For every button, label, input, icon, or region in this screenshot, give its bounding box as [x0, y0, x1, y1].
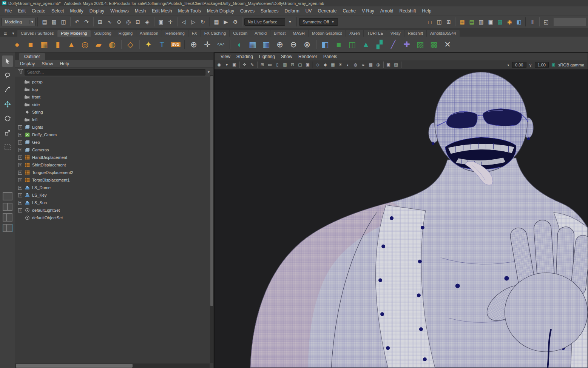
viewport-3d-view[interactable] — [215, 69, 588, 368]
channel-box-toggle-icon[interactable]: ▨ — [495, 17, 505, 26]
poly-plane-icon[interactable]: ▰ — [92, 38, 105, 51]
screen-space-ao-icon[interactable]: ◍ — [352, 61, 359, 68]
expand-icon[interactable]: + — [18, 171, 22, 175]
quad-draw-icon[interactable]: ▞ — [373, 38, 386, 51]
outliner-menu-show[interactable]: Show — [39, 61, 56, 67]
menu-v-ray[interactable]: V-Ray — [359, 7, 377, 15]
construction-plane-icon[interactable]: ⊕ — [187, 38, 200, 51]
redo-icon[interactable]: ↷ — [82, 17, 91, 26]
target-weld-icon[interactable]: ✚ — [400, 38, 413, 51]
expand-icon[interactable]: + — [18, 178, 22, 182]
resolution-gate-icon[interactable]: ▯ — [274, 61, 281, 68]
expand-icon[interactable]: + — [18, 156, 22, 160]
outliner-vertical-scrollbar[interactable] — [210, 75, 213, 363]
menu-select[interactable]: Select — [48, 7, 67, 15]
move-tool[interactable] — [2, 99, 13, 110]
shelf-tab-turtle[interactable]: TURTLE — [364, 30, 387, 37]
viewport-menu-view[interactable]: View — [218, 54, 233, 60]
new-scene-icon[interactable]: ▤ — [40, 17, 49, 26]
outliner-item-ls-sun[interactable]: +LS_Sun — [18, 199, 213, 206]
shelf-tab-bifrost[interactable]: Bifrost — [270, 30, 289, 37]
2d-pan-zoom-icon[interactable]: ✛ — [241, 61, 248, 68]
coords-origin-icon[interactable]: 0,0,0 — [215, 38, 227, 51]
humanik-toggle-icon[interactable]: ▤ — [467, 17, 476, 26]
menu-set-dropdown[interactable]: Modeling ▼ — [2, 18, 35, 26]
menu-edit[interactable]: Edit — [15, 7, 29, 15]
outliner-tab[interactable]: Outliner — [19, 53, 45, 60]
layout-persp-outliner-button[interactable] — [3, 213, 12, 222]
shelf-tab-fx[interactable]: FX — [188, 30, 201, 37]
four-pane-layout-icon[interactable]: ⊞ — [444, 17, 453, 26]
lock-selection-icon[interactable]: ▣ — [156, 17, 165, 26]
poly-torus-icon[interactable]: ◎ — [79, 38, 91, 51]
live-surface-dropdown-icon[interactable]: ▼ — [286, 17, 295, 26]
shelf-tab-rendering[interactable]: Rendering — [162, 30, 188, 37]
open-scene-icon[interactable]: ▧ — [49, 17, 59, 26]
expand-icon[interactable]: + — [18, 201, 22, 205]
outliner-item-persp[interactable]: +persp — [18, 78, 213, 86]
symmetry-field[interactable]: Symmetry: Off ▼ — [299, 18, 338, 26]
shelf-tab-rigging[interactable]: Rigging — [115, 30, 136, 37]
shelf-tab-arnold[interactable]: Arnold — [251, 30, 270, 37]
quick-selection-field[interactable] — [553, 17, 586, 26]
wireframe-mode-icon[interactable]: ◇ — [314, 61, 321, 68]
layout-current-button[interactable] — [3, 224, 12, 232]
outliner-item-tonguedisplacement2[interactable]: +TongueDisplacement2 — [18, 169, 213, 176]
expand-icon[interactable]: + — [18, 163, 22, 167]
snap-to-curve-icon[interactable]: ∿ — [105, 17, 114, 26]
bridge-icon[interactable]: ◫ — [346, 38, 359, 51]
output-connections-icon[interactable]: ▷ — [189, 17, 198, 26]
last-tool-tool[interactable] — [2, 142, 13, 153]
snap-to-point-icon[interactable]: ⊙ — [114, 17, 123, 26]
platonic-solid-icon[interactable]: ◇ — [124, 38, 137, 51]
shelf-tab-sculpting[interactable]: Sculpting — [91, 30, 115, 37]
outliner-item-geo[interactable]: +Geo — [18, 139, 213, 146]
expand-icon[interactable]: + — [18, 186, 22, 190]
make-object-live-icon[interactable]: ◈ — [143, 17, 152, 26]
menu-help[interactable]: Help — [419, 7, 435, 15]
shelf-tab-motion-graphics[interactable]: Motion Graphics — [309, 30, 346, 37]
crease-tool-icon[interactable]: ▨ — [414, 38, 427, 51]
gamma-field[interactable]: 1.00 — [535, 62, 549, 68]
snap-to-grid-icon[interactable]: ⊞ — [96, 17, 105, 26]
input-connections-icon[interactable]: ◁ — [179, 17, 188, 26]
poly-sphere-icon[interactable]: ● — [11, 38, 23, 51]
multisample-aa-icon[interactable]: ▩ — [367, 61, 374, 68]
poly-cone-icon[interactable]: ▲ — [65, 38, 78, 51]
menu-mesh-tools[interactable]: Mesh Tools — [175, 7, 204, 15]
boolean-union-icon[interactable]: ⊕ — [273, 38, 286, 51]
shadows-icon[interactable]: ◐ — [344, 61, 352, 68]
paint-select-tool[interactable] — [2, 84, 13, 95]
viewport-menu-panels[interactable]: Panels — [320, 54, 340, 60]
tool-settings-toggle-icon[interactable]: ▣ — [486, 17, 495, 26]
scale-tool[interactable] — [2, 127, 13, 139]
construction-history-icon[interactable]: ↻ — [198, 17, 207, 26]
boolean-difference-icon[interactable]: ⊖ — [287, 38, 300, 51]
delete-edge-icon[interactable]: ✕ — [441, 38, 454, 51]
outliner-horizontal-scrollbar[interactable] — [15, 363, 210, 368]
motion-blur-icon[interactable]: ≈ — [360, 61, 367, 68]
expand-icon[interactable]: + — [18, 193, 22, 197]
shelf-tab-mash[interactable]: MASH — [289, 30, 308, 37]
mirror-icon[interactable]: ◧ — [319, 38, 332, 51]
poly-disc-icon[interactable]: ◍ — [106, 38, 119, 51]
exposure-field[interactable]: 0.00 — [512, 62, 526, 68]
poly-cubes-icon[interactable]: ▦ — [38, 38, 51, 51]
smooth-mesh-icon[interactable]: ◖ — [233, 38, 245, 51]
outliner-item-front[interactable]: +front — [18, 93, 213, 101]
expand-icon[interactable]: + — [18, 140, 22, 145]
open-render-view-icon[interactable]: ▦ — [212, 17, 221, 26]
boolean-intersect-icon[interactable]: ⊗ — [301, 38, 313, 51]
menu-deform[interactable]: Deform — [281, 7, 302, 15]
single-pane-layout-icon[interactable]: ◻ — [425, 17, 434, 26]
separate-icon[interactable]: ▥ — [260, 38, 273, 51]
two-pane-layout-icon[interactable]: ◫ — [435, 17, 444, 26]
menu-curves[interactable]: Curves — [237, 7, 258, 15]
snap-to-view-plane-icon[interactable]: ⊡ — [133, 17, 142, 26]
outliner-search-input[interactable] — [25, 69, 205, 75]
safe-title-icon[interactable]: ▣ — [304, 61, 311, 68]
exposure-icon[interactable]: ◑ — [505, 61, 511, 68]
ipr-render-icon[interactable]: ▶ — [221, 17, 230, 26]
type-tool-icon[interactable]: T — [156, 38, 168, 51]
menu-edit-mesh[interactable]: Edit Mesh — [149, 7, 175, 15]
